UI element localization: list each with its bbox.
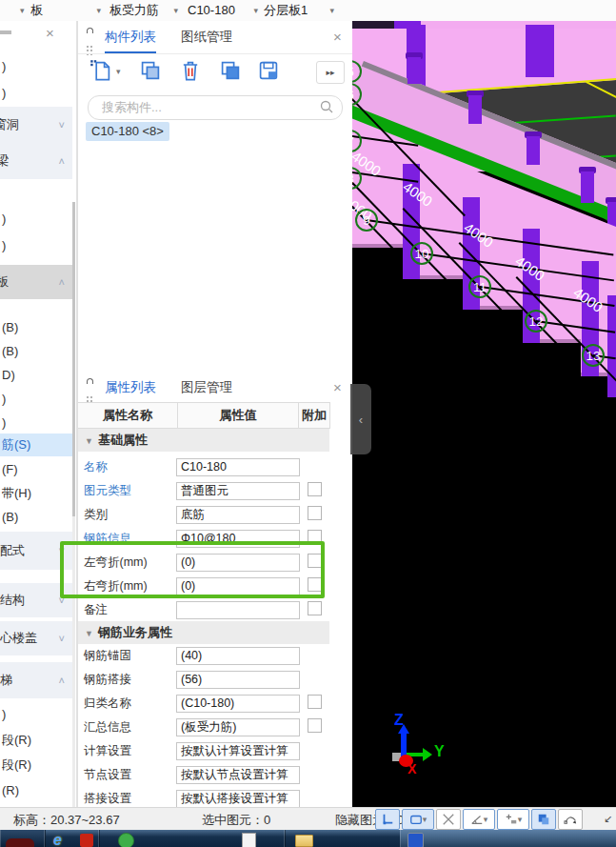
gtj-app-icon[interactable] bbox=[407, 833, 424, 847]
sidebar-section-slab[interactable]: 板˄ bbox=[0, 265, 72, 299]
elevation-status: 标高：20.37~23.67 bbox=[13, 812, 120, 829]
save-layer-icon[interactable] bbox=[257, 59, 280, 86]
close-icon[interactable]: × bbox=[333, 373, 342, 402]
scrollbar-thumb[interactable] bbox=[72, 202, 75, 516]
sidebar-item[interactable]: D) bbox=[0, 364, 74, 387]
prop-attach-checkbox[interactable] bbox=[308, 506, 322, 520]
windows-taskbar: e bbox=[0, 830, 616, 847]
search-input[interactable] bbox=[100, 99, 313, 115]
sidebar-item[interactable]: ) bbox=[0, 703, 74, 726]
new-component-icon[interactable] bbox=[89, 59, 112, 86]
section-rebar-business-properties[interactable]: ▼钢筋业务属性 bbox=[78, 621, 329, 644]
folder-icon[interactable] bbox=[295, 835, 313, 847]
section-basic-properties[interactable]: ▼基础属性 bbox=[78, 429, 329, 452]
prop-value-input[interactable]: (板受力筋) bbox=[176, 718, 300, 736]
chevron-down-icon: ▾ bbox=[484, 815, 488, 824]
taskbar-segment[interactable] bbox=[0, 830, 46, 847]
taskbar-segment[interactable] bbox=[284, 830, 402, 847]
ortho-mode-button[interactable] bbox=[375, 809, 400, 830]
prop-value-input[interactable]: 普通图元 bbox=[176, 482, 300, 500]
document-icon[interactable] bbox=[242, 833, 256, 847]
drag-handle-icon[interactable] bbox=[87, 396, 89, 398]
prop-attach-checkbox[interactable] bbox=[308, 695, 322, 709]
chevron-down-icon[interactable]: ▾ bbox=[20, 0, 25, 21]
sidebar-item-slab-rebar-selected[interactable]: 筋(S) bbox=[0, 434, 74, 456]
tab-component-list[interactable]: 构件列表 bbox=[105, 23, 156, 53]
close-icon[interactable]: × bbox=[46, 21, 54, 48]
sidebar-item[interactable]: 段(R) bbox=[0, 754, 74, 776]
sidebar-item[interactable]: ) bbox=[0, 388, 74, 411]
sidebar-section-hollow-floor[interactable]: 心楼盖˅ bbox=[0, 621, 72, 655]
sidebar-scrollbar[interactable] bbox=[72, 202, 75, 807]
sidebar-item[interactable]: ) bbox=[0, 412, 74, 434]
sidebar-item[interactable]: (B) bbox=[0, 340, 74, 363]
sidebar-item[interactable]: (B) bbox=[0, 316, 74, 339]
sidebar-item[interactable]: ) bbox=[0, 82, 74, 105]
red-app-icon[interactable] bbox=[80, 834, 93, 847]
overflow-more-icon[interactable]: ▸▸ bbox=[316, 61, 345, 84]
tab-property-list[interactable]: 属性列表 bbox=[105, 373, 156, 404]
prop-value-input[interactable]: (40) bbox=[176, 647, 300, 665]
prop-value-input[interactable]: 按默认节点设置计算 bbox=[176, 766, 300, 784]
sidebar-item[interactable]: (F) bbox=[0, 458, 74, 481]
taskbar-segment-active[interactable] bbox=[400, 830, 616, 847]
corner-arrow-icon[interactable]: ↙ bbox=[604, 813, 612, 825]
angle-snap-button[interactable]: ▾ bbox=[463, 809, 495, 830]
sidebar-section-openings[interactable]: 窗洞˅ bbox=[0, 107, 72, 143]
start-orb-icon[interactable] bbox=[6, 838, 34, 847]
search-icon[interactable] bbox=[319, 99, 334, 118]
triangle-down-icon: ▼ bbox=[85, 436, 93, 446]
sidebar-item[interactable]: (R) bbox=[0, 779, 74, 802]
chevron-down-icon[interactable]: ▾ bbox=[116, 67, 121, 76]
chevron-up-icon: ˄ bbox=[59, 276, 65, 288]
prop-value-input[interactable]: (56) bbox=[176, 671, 300, 689]
prop-attach-checkbox[interactable] bbox=[308, 601, 322, 615]
selection-box-button[interactable]: ▾ bbox=[402, 809, 434, 830]
sidebar-item[interactable]: ) bbox=[0, 208, 74, 231]
combo-component-name[interactable]: C10-180▾ bbox=[188, 0, 262, 21]
arc-draw-button[interactable] bbox=[558, 809, 583, 830]
taskbar-segment[interactable]: e bbox=[44, 830, 100, 847]
prop-value-input[interactable] bbox=[176, 601, 300, 619]
prop-value-input[interactable]: (C10-180) bbox=[176, 695, 300, 713]
sidebar-section-beam[interactable]: 梁˄ bbox=[0, 143, 72, 179]
sidebar-item[interactable]: ) bbox=[0, 55, 74, 78]
copy-component-icon[interactable] bbox=[139, 59, 162, 86]
prop-label: 节点设置 bbox=[84, 763, 131, 787]
prop-attach-checkbox[interactable] bbox=[308, 718, 322, 733]
search-box bbox=[88, 95, 343, 120]
internet-explorer-icon[interactable]: e bbox=[53, 832, 62, 847]
combo-rebar-type[interactable]: 板受力筋▾ bbox=[109, 0, 182, 21]
close-icon[interactable]: × bbox=[333, 23, 342, 51]
prop-value-input[interactable]: 底筋 bbox=[176, 506, 300, 524]
chevron-down-icon: ˅ bbox=[59, 119, 65, 131]
list-item-component[interactable]: C10-180 <8> bbox=[86, 122, 169, 141]
dynamic-input-button[interactable] bbox=[531, 809, 556, 830]
chevron-up-icon: ˄ bbox=[59, 155, 65, 167]
sidebar-item[interactable]: 段(R) bbox=[0, 729, 74, 752]
3d-viewport[interactable]: 4000 4000 4000 4000 4000 60000 5 6 7 8 9… bbox=[352, 21, 616, 807]
panel-collapse-handle[interactable]: ‹ bbox=[350, 384, 371, 454]
top-toolbar: ▾ 板▾ 板受力筋▾ C10-180▾ 分层板1▾ bbox=[0, 0, 616, 22]
cross-snap-button[interactable] bbox=[436, 809, 461, 830]
prop-attach-checkbox[interactable] bbox=[308, 482, 322, 496]
point-snap-button[interactable]: ▾ bbox=[497, 809, 529, 830]
tab-layer-management[interactable]: 图层管理 bbox=[181, 373, 232, 402]
taskbar-segment[interactable] bbox=[98, 830, 286, 847]
tab-drawing-management[interactable]: 图纸管理 bbox=[181, 23, 232, 51]
prop-value-input[interactable]: 按默认搭接设置计算 bbox=[176, 790, 300, 808]
prop-value-input[interactable]: C10-180 bbox=[176, 458, 300, 476]
sidebar-section-stairs[interactable]: 梯˄ bbox=[0, 662, 72, 698]
prop-value-input[interactable]: 按默认计算设置计算 bbox=[176, 742, 300, 760]
combo-layer[interactable]: 分层板1▾ bbox=[264, 0, 338, 21]
combo-element-type[interactable]: 板▾ bbox=[30, 0, 105, 21]
sidebar-item[interactable]: 带(H) bbox=[0, 482, 74, 505]
sidebar-item[interactable]: (B) bbox=[0, 506, 74, 529]
chevron-down-icon: ▾ bbox=[96, 0, 101, 21]
delete-icon[interactable] bbox=[179, 59, 202, 86]
drag-handle-icon[interactable] bbox=[87, 46, 89, 48]
sidebar-item[interactable]: ) bbox=[0, 234, 74, 257]
green-app-icon[interactable] bbox=[118, 833, 134, 847]
batch-copy-icon[interactable] bbox=[219, 59, 242, 86]
divider bbox=[78, 53, 352, 54]
